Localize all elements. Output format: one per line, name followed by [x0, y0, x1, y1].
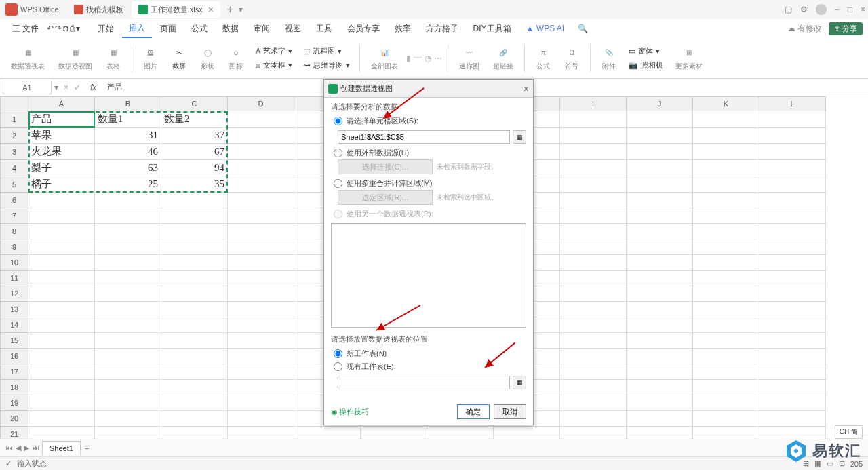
cell-C15[interactable] — [161, 333, 228, 349]
ribbon-form[interactable]: ▭ 窗体 ▾ — [625, 45, 667, 58]
chart-more-icon[interactable]: ⋯ — [434, 54, 442, 63]
cell-I20[interactable] — [560, 411, 627, 427]
cell-J11[interactable] — [627, 271, 693, 286]
cell-L20[interactable] — [760, 411, 826, 427]
cell-A18[interactable] — [28, 380, 95, 395]
cell-D12[interactable] — [228, 286, 294, 302]
cell-A14[interactable] — [28, 317, 95, 333]
cell-A4[interactable]: 梨子 — [28, 160, 95, 176]
avatar-icon[interactable] — [816, 4, 827, 15]
cell-D18[interactable] — [228, 380, 294, 395]
cell-K13[interactable] — [693, 302, 760, 317]
col-header-I[interactable]: I — [560, 96, 627, 111]
radio-existing-sheet[interactable]: 现有工作表(E): — [331, 360, 526, 373]
cell-D16[interactable] — [228, 349, 294, 364]
ribbon-mindmap[interactable]: ⊶ 思维导图 ▾ — [299, 59, 354, 72]
search-icon[interactable]: 🔍 — [572, 24, 593, 33]
cell-C11[interactable] — [161, 271, 228, 286]
chart-line-icon[interactable]: 〰 — [414, 54, 422, 63]
ok-button[interactable]: 确定 — [457, 404, 490, 419]
range-picker-button[interactable]: ▦ — [513, 130, 526, 144]
cell-J16[interactable] — [627, 349, 693, 364]
cell-C7[interactable] — [161, 208, 228, 224]
cell-I3[interactable] — [560, 144, 627, 160]
row-header-18[interactable]: 18 — [0, 380, 28, 395]
cell-B10[interactable] — [95, 255, 161, 271]
ribbon-formula[interactable]: π公式 — [530, 41, 556, 75]
cell-I9[interactable] — [560, 239, 627, 255]
cell-B9[interactable] — [95, 239, 161, 255]
menu-data[interactable]: 数据 — [216, 20, 245, 37]
cell-L4[interactable] — [760, 160, 826, 176]
cell-D17[interactable] — [228, 364, 294, 380]
cell-K20[interactable] — [693, 411, 760, 427]
undo-icon[interactable]: ↶ — [47, 24, 54, 33]
cell-L1[interactable] — [760, 111, 826, 128]
cell-A13[interactable] — [28, 302, 95, 317]
row-header-11[interactable]: 11 — [0, 271, 28, 286]
cell-B19[interactable] — [95, 395, 161, 411]
cell-I12[interactable] — [560, 286, 627, 302]
radio-select-range[interactable]: 请选择单元格区域(S): — [331, 115, 526, 128]
cell-B3[interactable]: 46 — [95, 144, 161, 160]
location-input[interactable] — [338, 376, 510, 389]
menu-diy[interactable]: DIY工具箱 — [467, 20, 518, 37]
ribbon-pivot-table[interactable]: ▦数据透视表 — [5, 41, 50, 75]
window-icon[interactable]: ▢ — [785, 5, 792, 14]
cell-K4[interactable] — [693, 160, 760, 176]
redo-icon[interactable]: ↷ — [55, 24, 62, 33]
radio-multi-input[interactable] — [334, 179, 342, 188]
row-header-7[interactable]: 7 — [0, 208, 28, 224]
fx-confirm-icon[interactable]: ✓ — [71, 83, 83, 92]
cell-I2[interactable] — [560, 128, 627, 144]
radio-external-source[interactable]: 使用外部数据源(U) — [331, 146, 526, 159]
menu-insert[interactable]: 插入 — [122, 20, 152, 38]
cell-D4[interactable] — [228, 160, 294, 176]
col-header-K[interactable]: K — [693, 96, 760, 111]
row-header-17[interactable]: 17 — [0, 364, 28, 380]
radio-new-sheet-input[interactable] — [334, 349, 342, 358]
cell-C5[interactable]: 35 — [161, 176, 228, 193]
ribbon-screenshot[interactable]: ✂截屏 — [166, 41, 192, 75]
radio-range-input[interactable] — [334, 117, 342, 125]
cell-L11[interactable] — [760, 271, 826, 286]
cell-L2[interactable] — [760, 128, 826, 144]
cell-I19[interactable] — [560, 395, 627, 411]
cell-B6[interactable] — [95, 193, 161, 208]
cell-J4[interactable] — [627, 160, 693, 176]
cell-I8[interactable] — [560, 224, 627, 239]
cell-L16[interactable] — [760, 349, 826, 364]
cell-B12[interactable] — [95, 286, 161, 302]
col-header-A[interactable]: A — [28, 96, 95, 111]
cell-C13[interactable] — [161, 302, 228, 317]
cell-K6[interactable] — [693, 193, 760, 208]
cell-K15[interactable] — [693, 333, 760, 349]
menu-review[interactable]: 审阅 — [247, 20, 277, 37]
cell-A7[interactable] — [28, 208, 95, 224]
cell-D19[interactable] — [228, 395, 294, 411]
cell-I6[interactable] — [560, 193, 627, 208]
menu-tools[interactable]: 工具 — [309, 20, 339, 37]
cell-L6[interactable] — [760, 193, 826, 208]
cell-A17[interactable] — [28, 364, 95, 380]
cell-C3[interactable]: 67 — [161, 144, 228, 160]
cell-I4[interactable] — [560, 160, 627, 176]
cell-K10[interactable] — [693, 255, 760, 271]
menu-ffgz[interactable]: 方方格子 — [419, 20, 465, 37]
cell-A8[interactable] — [28, 224, 95, 239]
cell-D14[interactable] — [228, 317, 294, 333]
menu-wps-ai[interactable]: ▲ WPS AI — [519, 21, 572, 36]
cell-C2[interactable]: 37 — [161, 128, 228, 144]
cell-D5[interactable] — [228, 176, 294, 193]
cell-C16[interactable] — [161, 349, 228, 364]
cell-B2[interactable]: 31 — [95, 128, 161, 144]
fx-cancel-icon[interactable]: × — [61, 83, 71, 92]
row-header-12[interactable]: 12 — [0, 286, 28, 302]
cell-L14[interactable] — [760, 317, 826, 333]
settings-icon[interactable]: ⚙ — [800, 5, 808, 14]
cell-I16[interactable] — [560, 349, 627, 364]
cell-B16[interactable] — [95, 349, 161, 364]
row-header-14[interactable]: 14 — [0, 317, 28, 333]
ribbon-hyperlink[interactable]: 🔗超链接 — [488, 41, 519, 75]
app-tab-templates[interactable]: 找稻壳模板 — [67, 2, 130, 18]
